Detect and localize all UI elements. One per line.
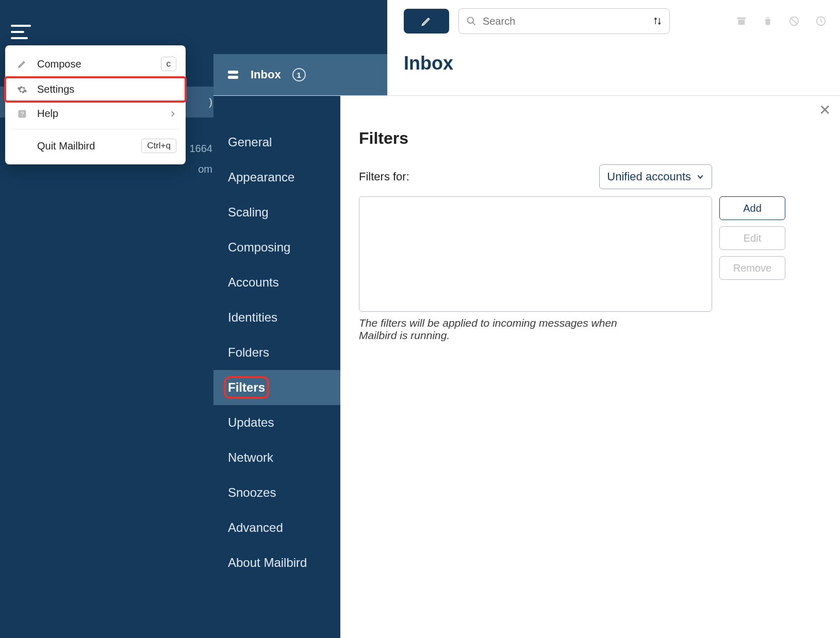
clock-icon[interactable] (815, 15, 827, 27)
settings-body: ✕ Filters Filters for: Unified accounts … (340, 96, 840, 638)
settings-nav-appearance[interactable]: Appearance (213, 160, 340, 195)
filters-for-label: Filters for: (359, 170, 409, 183)
dropdown-value: Unified accounts (607, 170, 691, 183)
folder-row-tail: ) (209, 96, 213, 108)
chevron-right-icon (169, 110, 176, 117)
settings-nav-composing[interactable]: Composing (213, 230, 340, 265)
hamburger-menu-button[interactable] (11, 25, 31, 39)
settings-nav-about[interactable]: About Mailbird (213, 545, 340, 580)
search-icon (466, 16, 476, 26)
menu-item-label: Compose (37, 58, 161, 70)
svg-rect-8 (659, 18, 660, 22)
menu-item-shortcut: Ctrl+q (141, 139, 176, 153)
filters-list[interactable] (359, 196, 712, 312)
menu-item-shortcut: c (161, 57, 177, 71)
page-title: Inbox (387, 42, 840, 90)
svg-point-4 (468, 18, 474, 24)
settings-dialog: General Appearance Scaling Composing Acc… (213, 95, 840, 638)
folder-row-value: om (198, 163, 213, 175)
menu-separator (11, 129, 179, 129)
settings-nav-filters[interactable]: Filters (213, 370, 340, 405)
settings-nav-network[interactable]: Network (213, 440, 340, 475)
inbox-icon (227, 70, 239, 80)
svg-text:?: ? (21, 110, 24, 117)
menu-item-quit[interactable]: Quit Mailbird Ctrl+q (5, 132, 186, 159)
close-icon[interactable]: ✕ (819, 103, 831, 117)
add-filter-button[interactable]: Add (719, 196, 785, 220)
settings-nav-updates[interactable]: Updates (213, 405, 340, 440)
menu-item-label: Quit Mailbird (37, 140, 141, 152)
gear-icon (14, 85, 30, 95)
menu-item-help[interactable]: ? Help (5, 102, 186, 126)
settings-heading: Filters (359, 129, 821, 148)
inbox-tab[interactable]: Inbox 1 (213, 54, 387, 95)
svg-point-7 (658, 22, 661, 25)
svg-rect-2 (228, 71, 238, 74)
settings-nav: General Appearance Scaling Composing Acc… (213, 96, 340, 638)
chevron-down-icon (696, 173, 704, 181)
svg-rect-6 (655, 20, 656, 24)
filters-account-dropdown[interactable]: Unified accounts (599, 164, 712, 189)
menu-item-label: Settings (37, 83, 176, 95)
inbox-label: Inbox (251, 68, 281, 81)
settings-nav-scaling[interactable]: Scaling (213, 195, 340, 230)
remove-filter-button: Remove (719, 256, 785, 280)
archive-icon[interactable] (736, 15, 747, 27)
menu-item-settings[interactable]: Settings (5, 77, 186, 102)
settings-nav-folders[interactable]: Folders (213, 335, 340, 370)
svg-rect-9 (737, 18, 746, 20)
block-icon[interactable] (788, 15, 800, 27)
toolbar-action-icons (736, 15, 832, 27)
toolbar (387, 0, 840, 42)
trash-icon[interactable] (763, 15, 773, 27)
settings-nav-general[interactable]: General (213, 125, 340, 160)
filters-hint: The filters will be applied to incoming … (359, 317, 637, 342)
folder-row-value: 1664 (190, 143, 214, 155)
svg-rect-3 (228, 76, 238, 79)
svg-rect-10 (738, 20, 745, 25)
menu-item-compose[interactable]: Compose c (5, 51, 186, 77)
help-icon: ? (14, 109, 30, 119)
search-input[interactable] (482, 15, 648, 28)
settings-nav-identities[interactable]: Identities (213, 300, 340, 335)
settings-nav-snoozes[interactable]: Snoozes (213, 475, 340, 510)
unread-badge: 1 (292, 68, 306, 81)
compose-button[interactable] (404, 9, 449, 33)
search-box[interactable] (458, 8, 670, 34)
search-options-icon[interactable] (653, 16, 662, 26)
pencil-icon (14, 59, 30, 69)
settings-nav-accounts[interactable]: Accounts (213, 265, 340, 300)
app-menu-dropdown: Compose c Settings ? Help Quit Mailbird … (5, 45, 186, 164)
menu-item-label: Help (37, 108, 169, 120)
filters-buttons: Add Edit Remove (719, 196, 785, 280)
edit-filter-button: Edit (719, 226, 785, 250)
settings-nav-advanced[interactable]: Advanced (213, 510, 340, 545)
svg-point-5 (654, 18, 657, 20)
